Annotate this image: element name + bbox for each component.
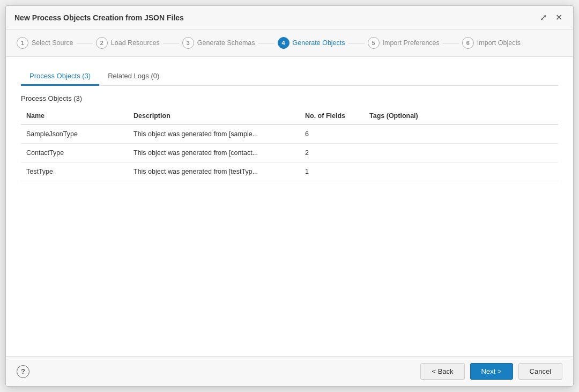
cell-name: TestType (21, 162, 128, 181)
step-2[interactable]: 2 Load Resources (96, 37, 160, 49)
table-row[interactable]: SampleJsonType This object was generated… (21, 124, 558, 144)
separator-1 (77, 43, 93, 43)
step-1[interactable]: 1 Select Source (17, 37, 73, 49)
cell-description: This object was generated from [contact.… (128, 144, 300, 162)
cell-tags (364, 124, 558, 144)
cell-description: This object was generated from [sample..… (128, 124, 300, 144)
tabs: Process Objects (3) Related Logs (0) (21, 68, 558, 86)
step-3[interactable]: 3 Generate Schemas (182, 37, 255, 49)
step-3-circle: 3 (182, 37, 194, 49)
table-row[interactable]: ContactType This object was generated fr… (21, 144, 558, 162)
step-2-label: Load Resources (111, 39, 160, 47)
col-header-fields: No. of Fields (300, 108, 364, 124)
footer-right: < Back Next > Cancel (420, 363, 562, 380)
help-button[interactable]: ? (17, 365, 29, 378)
back-button[interactable]: < Back (420, 363, 464, 380)
step-4-circle: 4 (278, 37, 290, 49)
step-5-label: Import Preferences (383, 39, 440, 47)
step-6-label: Import Objects (477, 39, 521, 47)
table-row[interactable]: TestType This object was generated from … (21, 162, 558, 181)
footer-left: ? (17, 365, 29, 378)
step-4[interactable]: 4 Generate Objects (278, 37, 345, 49)
cell-name: ContactType (21, 144, 128, 162)
step-4-label: Generate Objects (293, 39, 345, 47)
tab-related-logs[interactable]: Related Logs (0) (99, 68, 168, 86)
step-6[interactable]: 6 Import Objects (462, 37, 521, 49)
step-1-label: Select Source (32, 39, 73, 47)
col-header-tags: Tags (Optional) (364, 108, 558, 124)
cancel-button[interactable]: Cancel (518, 363, 562, 380)
dialog-title: New Process Objects Creation from JSON F… (14, 13, 184, 22)
content-area: Process Objects (3) Related Logs (0) Pro… (6, 57, 573, 356)
separator-5 (443, 43, 459, 43)
section-title: Process Objects (3) (21, 94, 558, 102)
cell-name: SampleJsonType (21, 124, 128, 144)
cell-fields: 6 (300, 124, 364, 144)
step-6-circle: 6 (462, 37, 474, 49)
table-header-row: Name Description No. of Fields Tags (Opt… (21, 108, 558, 124)
col-header-name: Name (21, 108, 128, 124)
step-5[interactable]: 5 Import Preferences (368, 37, 440, 49)
cell-tags (364, 144, 558, 162)
col-header-description: Description (128, 108, 300, 124)
title-bar: New Process Objects Creation from JSON F… (6, 6, 573, 29)
separator-3 (258, 43, 274, 43)
process-objects-table: Name Description No. of Fields Tags (Opt… (21, 108, 558, 181)
step-2-circle: 2 (96, 37, 108, 49)
cell-tags (364, 162, 558, 181)
cell-fields: 1 (300, 162, 364, 181)
close-button[interactable]: ✕ (553, 11, 565, 24)
cell-description: This object was generated from [testTyp.… (128, 162, 300, 181)
title-actions: ⤢ ✕ (538, 11, 565, 24)
footer: ? < Back Next > Cancel (6, 356, 573, 386)
separator-2 (163, 43, 179, 43)
step-3-label: Generate Schemas (197, 39, 255, 47)
wizard-steps: 1 Select Source 2 Load Resources 3 Gener… (6, 29, 573, 57)
cell-fields: 2 (300, 144, 364, 162)
separator-4 (348, 43, 365, 43)
dialog: New Process Objects Creation from JSON F… (5, 5, 574, 387)
step-1-circle: 1 (17, 37, 28, 49)
maximize-button[interactable]: ⤢ (538, 11, 549, 24)
step-5-circle: 5 (368, 37, 380, 49)
tab-process-objects[interactable]: Process Objects (3) (21, 68, 99, 86)
next-button[interactable]: Next > (470, 363, 513, 380)
